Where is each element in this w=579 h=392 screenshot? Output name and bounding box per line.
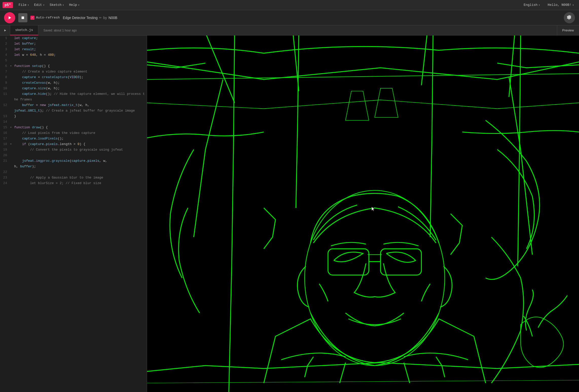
svg-marker-0 — [9, 16, 11, 19]
user-menu[interactable]: Hello, N00B! ▾ — [545, 2, 576, 8]
play-button[interactable] — [4, 12, 15, 23]
tab-preview[interactable]: Preview — [557, 25, 579, 35]
settings-button[interactable] — [564, 12, 575, 23]
code-line-8: 8 capture = createCapture(VIDEO); — [0, 75, 147, 80]
tab-sketchjs[interactable]: sketch.js — [10, 25, 38, 35]
code-editor[interactable]: 1 let capture; 2 let buffer; 3 let resul… — [0, 35, 147, 392]
play-icon — [8, 16, 12, 20]
sketch-title-area: Edge Detector Testing ✏ by N00B — [63, 16, 117, 20]
tab-bar: sketch.js Saved: about 1 hour ago Previe… — [0, 25, 579, 35]
code-line-4: 4 let w = 640, h = 480; — [0, 52, 147, 58]
code-line-6: 6 ▾ function setup() { — [0, 63, 147, 69]
code-line-21: 21 jsfeat.imgproc.grayscale(capture.pixe… — [0, 158, 147, 169]
menu-right: English ▾ Hello, N00B! ▾ — [521, 2, 576, 8]
menu-help[interactable]: Help ▾ — [67, 2, 82, 8]
code-line-14: 14 — [0, 119, 147, 125]
user-chevron-icon: ▾ — [572, 4, 574, 7]
file-chevron-icon: ▾ — [27, 4, 29, 7]
language-selector[interactable]: English ▾ — [521, 2, 543, 8]
code-line-5: 5 — [0, 58, 147, 63]
code-line-1: 1 let capture; — [0, 35, 147, 41]
code-line-10: 10 capture.size(w, h); — [0, 86, 147, 91]
code-line-12: 12 buffer = new jsfeat.matrix_t(w, h, js… — [0, 102, 147, 114]
toolbar: ✓ Auto-refresh Edge Detector Testing ✏ b… — [0, 10, 579, 25]
svg-marker-2 — [4, 29, 6, 31]
code-line-17: 17 capture.loadPixels(); — [0, 136, 147, 141]
menu-bar: p5* File ▾ Edit ▾ Sketch ▾ Help ▾ Englis… — [0, 0, 579, 10]
code-line-13: 13 } — [0, 114, 147, 119]
settings-icon — [567, 15, 572, 20]
code-line-24: 24 let blurSize = 2; // Fixed blur size — [0, 181, 147, 186]
expand-icon — [4, 29, 7, 32]
p5-logo: p5* — [3, 2, 13, 8]
auto-refresh-control[interactable]: ✓ Auto-refresh — [30, 16, 60, 20]
tab-expand-arrow[interactable] — [0, 25, 10, 35]
sketch-chevron-icon: ▾ — [63, 4, 64, 7]
code-line-3: 3 let result; — [0, 47, 147, 52]
main-area: sketch.js Saved: about 1 hour ago Previe… — [0, 25, 579, 392]
svg-rect-1 — [22, 16, 24, 19]
help-chevron-icon: ▾ — [78, 4, 80, 7]
code-line-20: 20 — [0, 153, 147, 158]
code-line-15: 15 ▾ function draw() { — [0, 125, 147, 130]
code-line-7: 7 // Create a video capture element — [0, 69, 147, 75]
content-panels: 1 let capture; 2 let buffer; 3 let resul… — [0, 35, 579, 392]
code-line-2: 2 let buffer; — [0, 41, 147, 47]
code-line-23: 23 // Apply a Gaussian blur to the image — [0, 175, 147, 181]
edit-chevron-icon: ▾ — [43, 4, 45, 7]
menu-sketch[interactable]: Sketch ▾ — [47, 2, 67, 8]
stop-icon — [21, 16, 25, 20]
edge-detection-canvas — [147, 35, 579, 392]
code-line-9: 9 createCanvas(w, h); — [0, 80, 147, 86]
lang-chevron-icon: ▾ — [538, 4, 540, 7]
svg-rect-3 — [147, 35, 579, 392]
preview-panel — [147, 35, 579, 392]
code-line-11: 11 capture.hide(); // Hide the capture e… — [0, 91, 147, 102]
code-line-19: 19 // Convert the pixels to grayscale us… — [0, 147, 147, 153]
save-status: Saved: about 1 hour ago — [38, 25, 82, 35]
code-line-18: 18 ▾ if (capture.pixels.length > 0) { — [0, 141, 147, 147]
code-line-22: 22 — [0, 169, 147, 175]
toolbar-right — [564, 12, 575, 23]
edit-title-icon[interactable]: ✏ — [99, 16, 102, 20]
stop-button[interactable] — [18, 13, 27, 22]
menu-edit[interactable]: Edit ▾ — [31, 2, 47, 8]
menu-file[interactable]: File ▾ — [16, 2, 31, 8]
auto-refresh-checkbox[interactable]: ✓ — [30, 16, 34, 20]
code-line-16: 16 // Load pixels from the video capture — [0, 130, 147, 136]
